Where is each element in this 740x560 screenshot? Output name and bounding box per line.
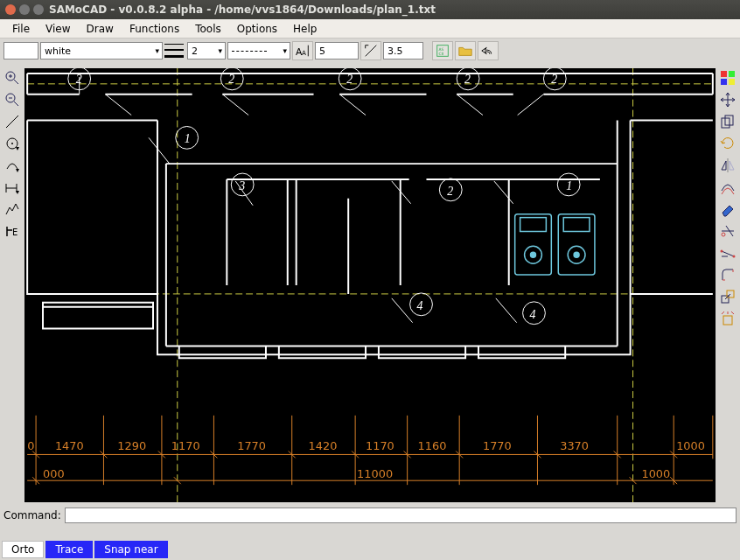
command-input[interactable]: [65, 508, 737, 523]
svg-text:1170: 1170: [171, 439, 200, 452]
linetype-sample: [232, 51, 267, 52]
status-bar: Orto Trace Snap near: [0, 539, 740, 560]
lineweight-value: 2: [192, 46, 198, 57]
svg-text:1770: 1770: [237, 439, 266, 452]
trim-tool[interactable]: [717, 221, 738, 241]
dim-scale-input[interactable]: [383, 42, 423, 60]
svg-rect-33: [520, 218, 547, 232]
zoom-out-tool[interactable]: [2, 90, 23, 109]
right-toolbar: [716, 63, 740, 502]
svg-point-30: [531, 252, 536, 257]
svg-text:CII: CII: [439, 52, 444, 56]
svg-point-65: [733, 256, 736, 258]
fillet-tool[interactable]: [717, 265, 738, 284]
current-color-swatch[interactable]: [3, 42, 38, 60]
mirror-tool[interactable]: [717, 156, 738, 175]
menu-options[interactable]: Options: [230, 21, 284, 37]
svg-text:E: E: [12, 228, 17, 237]
explode-tool[interactable]: [717, 309, 738, 328]
menu-tools[interactable]: Tools: [188, 21, 228, 37]
menu-draw[interactable]: Draw: [80, 21, 121, 37]
rotate-tool[interactable]: [717, 134, 738, 153]
copy-tool[interactable]: [717, 112, 738, 131]
svg-text:4: 4: [417, 299, 423, 312]
svg-text:2: 2: [76, 73, 82, 86]
window-title: SAMoCAD - v0.0.8.2 alpha - /home/vvs1864…: [49, 4, 436, 16]
svg-rect-57: [721, 71, 727, 77]
text-tool[interactable]: E: [2, 221, 23, 241]
svg-point-64: [721, 250, 723, 253]
menu-view[interactable]: View: [38, 21, 77, 37]
svg-text:1160: 1160: [418, 439, 447, 452]
properties-toolbar: white 2 AA ASCII: [0, 38, 740, 63]
snap-toggle[interactable]: Snap near: [94, 541, 167, 558]
svg-rect-34: [563, 218, 590, 232]
zoom-in-tool[interactable]: [2, 68, 23, 88]
svg-text:1: 1: [566, 179, 572, 192]
svg-text:11000: 11000: [357, 467, 393, 480]
drawing-canvas[interactable]: 0 1470 1290 1170 1770 1420 1170 1160 177…: [24, 68, 716, 502]
title-bar: SAMoCAD - v0.0.8.2 alpha - /home/vvs1864…: [0, 0, 740, 19]
minimize-window-button[interactable]: [19, 4, 30, 15]
close-window-button[interactable]: [5, 4, 16, 15]
svg-text:3: 3: [238, 179, 245, 192]
svg-text:1470: 1470: [55, 439, 84, 452]
command-label: Command:: [3, 509, 61, 522]
extend-tool[interactable]: [717, 243, 738, 262]
text-height-icon[interactable]: AA: [292, 41, 313, 60]
line-tool[interactable]: [2, 112, 23, 131]
offset-tool[interactable]: [717, 178, 738, 197]
dim-scale-icon[interactable]: [360, 41, 381, 60]
menu-file[interactable]: File: [5, 21, 37, 37]
svg-text:▾: ▾: [16, 166, 19, 174]
arc-tool[interactable]: ▾: [2, 156, 23, 175]
svg-text:1000: 1000: [676, 439, 705, 452]
circle-tool[interactable]: ▾: [2, 134, 23, 153]
text-height-input[interactable]: [315, 42, 359, 60]
svg-text:1000: 1000: [641, 467, 670, 480]
svg-text:▾: ▾: [16, 188, 19, 196]
svg-rect-58: [729, 71, 735, 77]
svg-text:▾: ▾: [16, 144, 19, 152]
svg-rect-60: [729, 79, 735, 85]
lineweight-dropdown[interactable]: 2: [187, 42, 226, 60]
undo-button[interactable]: [478, 41, 499, 60]
svg-text:A: A: [302, 49, 306, 57]
svg-point-63: [722, 233, 725, 236]
open-button[interactable]: [455, 41, 476, 60]
svg-text:1420: 1420: [309, 439, 338, 452]
svg-text:1770: 1770: [483, 439, 512, 452]
svg-text:1290: 1290: [117, 439, 146, 452]
trace-toggle[interactable]: Trace: [45, 541, 93, 558]
color-dropdown[interactable]: white: [40, 42, 163, 60]
svg-text:4: 4: [530, 308, 536, 321]
move-tool[interactable]: [717, 90, 738, 109]
menu-functions[interactable]: Functions: [122, 21, 186, 37]
svg-text:2: 2: [464, 73, 471, 86]
svg-point-8: [11, 143, 13, 144]
svg-text:2: 2: [551, 73, 557, 86]
save-button[interactable]: ASCII: [432, 41, 453, 60]
menu-help[interactable]: Help: [286, 21, 324, 37]
svg-text:2: 2: [346, 73, 353, 86]
maximize-window-button[interactable]: [33, 4, 44, 15]
svg-text:2: 2: [447, 185, 453, 198]
dimension-tool[interactable]: ▾: [2, 178, 23, 197]
window-controls: [5, 4, 44, 15]
svg-text:1170: 1170: [366, 439, 394, 452]
canvas-container: 0 1470 1290 1170 1770 1420 1170 1160 177…: [24, 63, 716, 502]
svg-text:3370: 3370: [560, 439, 589, 452]
scale-tool[interactable]: [717, 287, 738, 306]
select-window-tool[interactable]: [717, 68, 738, 88]
svg-text:2: 2: [228, 73, 234, 86]
orto-toggle[interactable]: Orto: [2, 541, 44, 558]
lineweight-sample: [164, 42, 184, 60]
svg-point-32: [574, 252, 579, 257]
svg-text:000: 000: [43, 467, 65, 480]
linetype-dropdown[interactable]: [227, 42, 290, 60]
polyline-tool[interactable]: [2, 200, 23, 219]
svg-text:AS: AS: [439, 47, 444, 52]
erase-tool[interactable]: [717, 200, 738, 219]
svg-rect-68: [723, 316, 732, 325]
drawing-svg: 0 1470 1290 1170 1770 1420 1170 1160 177…: [24, 68, 716, 502]
